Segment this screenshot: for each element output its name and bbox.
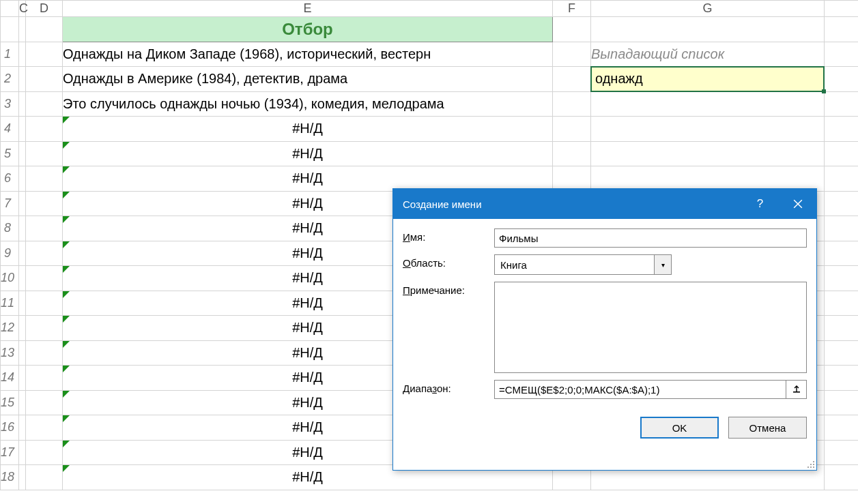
cell[interactable] [26,67,63,92]
cell[interactable] [26,141,63,166]
cell-E[interactable]: Однажды на Диком Западе (1968), историче… [63,42,553,67]
column-header-row[interactable]: C D E F G [1,1,859,17]
cell[interactable] [26,316,63,341]
row-header[interactable]: 7 [1,191,19,216]
row-header[interactable]: 1 [1,42,19,67]
ok-button[interactable]: OK [640,417,719,439]
cell[interactable] [825,316,859,341]
name-input[interactable] [494,228,807,248]
scope-select[interactable] [494,254,654,275]
cell[interactable] [553,67,591,92]
cell[interactable] [19,340,26,366]
cell[interactable] [825,67,859,92]
cell[interactable] [19,117,26,142]
resize-grip[interactable] [805,459,815,469]
cell[interactable] [825,465,859,490]
scope-dropdown-button[interactable]: ▾ [654,254,672,275]
cell[interactable] [19,91,26,117]
cell[interactable] [19,67,26,92]
cancel-button[interactable]: Отмена [728,417,807,439]
col-header-E[interactable]: E [63,1,553,17]
select-all-corner[interactable] [1,1,19,17]
cell[interactable] [19,291,26,316]
cell-E[interactable]: #Н/Д [63,141,553,166]
cell[interactable] [19,415,26,441]
cell[interactable] [26,42,63,67]
row-header[interactable]: 3 [1,91,19,117]
cell-E[interactable]: Это случилось однажды ночью (1934), коме… [63,91,553,117]
cell[interactable] [825,415,859,441]
cell[interactable] [825,291,859,316]
cell[interactable] [26,117,63,142]
cell[interactable] [825,241,859,266]
cell[interactable] [825,17,859,42]
col-header-extra[interactable] [825,1,859,17]
cell[interactable] [26,91,63,117]
cell[interactable] [553,17,591,42]
cell[interactable] [553,141,591,166]
cell[interactable] [26,216,63,241]
cell[interactable] [553,91,591,117]
cell-G[interactable] [591,117,825,142]
row-header[interactable]: 16 [1,415,19,441]
cell[interactable] [19,241,26,266]
cell[interactable] [19,316,26,341]
cell-G[interactable] [591,166,825,192]
col-header-F[interactable]: F [553,1,591,17]
cell[interactable] [19,390,26,415]
row-header[interactable]: 8 [1,216,19,241]
row-header[interactable]: 17 [1,440,19,465]
cell-E[interactable]: #Н/Д [63,166,553,192]
cell[interactable] [19,17,26,42]
col-header-C[interactable]: C [19,1,26,17]
cell[interactable] [19,366,26,391]
cell-E[interactable]: Однажды в Америке (1984), детектив, драм… [63,67,553,92]
cell[interactable] [825,91,859,117]
row-header[interactable]: 5 [1,141,19,166]
cell[interactable] [19,141,26,166]
cell[interactable] [825,216,859,241]
cell[interactable] [825,340,859,366]
range-input[interactable] [494,380,786,399]
cell[interactable] [825,366,859,391]
row-header[interactable]: 18 [1,465,19,490]
cell-G[interactable] [591,141,825,166]
cell[interactable] [26,241,63,266]
cell[interactable] [19,42,26,67]
cell[interactable] [26,266,63,291]
cell[interactable] [26,440,63,465]
cell[interactable] [553,117,591,142]
cell[interactable] [825,141,859,166]
row-header[interactable]: 11 [1,291,19,316]
col-header-D[interactable]: D [26,1,63,17]
cell[interactable] [26,366,63,391]
cell[interactable] [26,415,63,441]
cell[interactable] [26,465,63,490]
cell[interactable] [26,191,63,216]
cell[interactable] [19,266,26,291]
cell[interactable] [825,266,859,291]
close-button[interactable] [779,189,816,219]
row-header[interactable]: 2 [1,67,19,92]
row-header[interactable]: 13 [1,340,19,366]
cell-E[interactable]: #Н/Д [63,117,553,142]
cell[interactable] [26,390,63,415]
cell[interactable] [553,166,591,192]
cell-G[interactable]: Выпадающий список [591,42,825,67]
cell[interactable] [19,440,26,465]
cell[interactable] [26,17,63,42]
cell[interactable] [26,340,63,366]
row-header[interactable]: 9 [1,241,19,266]
col-header-G[interactable]: G [591,1,825,17]
help-button[interactable]: ? [741,189,779,219]
row-header[interactable]: 12 [1,316,19,341]
cell-G[interactable]: однажд [591,67,825,92]
cell[interactable] [825,117,859,142]
row-header[interactable]: 10 [1,266,19,291]
row-header[interactable]: 14 [1,366,19,391]
cell[interactable] [26,291,63,316]
comment-textarea[interactable] [494,282,807,373]
cell[interactable] [19,216,26,241]
row-header[interactable]: 15 [1,390,19,415]
cell[interactable] [825,166,859,192]
